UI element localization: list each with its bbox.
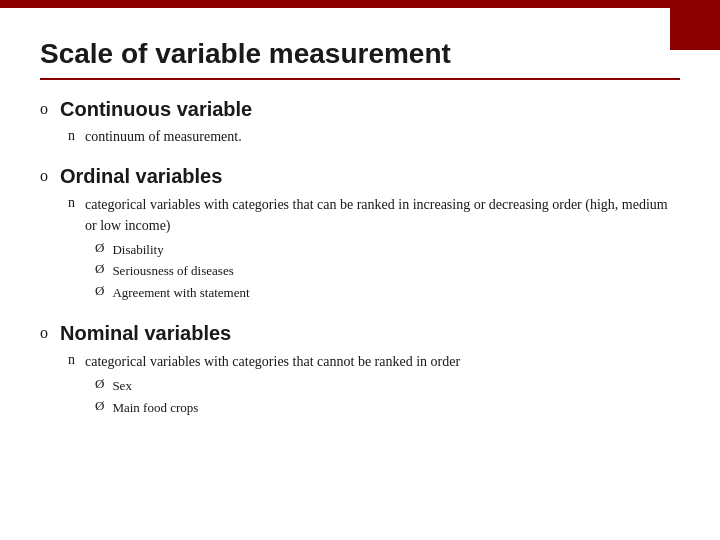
continuous-sub-text: continuum of measurement. (85, 127, 242, 147)
sub-marker-continuous: n (68, 128, 75, 144)
continuous-label: Continuous variable (60, 98, 680, 121)
title-underline (40, 78, 680, 80)
ordinal-label: Ordinal variables (60, 165, 680, 188)
bullet-marker-ordinal: o (40, 167, 48, 185)
corner-accent (670, 0, 720, 50)
top-bar (0, 0, 720, 8)
bullet-marker-continuous: o (40, 100, 48, 118)
seriousness-text: Seriousness of diseases (112, 261, 233, 281)
sub-sub-marker-food: Ø (95, 398, 104, 414)
nominal-sub-sub-item-1: Ø Sex (95, 376, 680, 396)
slide-content: Scale of variable measurement o Continuo… (0, 8, 720, 457)
ordinal-sub-text: categorical variables with categories th… (85, 197, 668, 233)
continuous-sub-item: n continuum of measurement. (68, 127, 680, 147)
ordinal-sub-list: n categorical variables with categories … (68, 194, 680, 305)
nominal-sub-text: categorical variables with categories th… (85, 354, 460, 369)
ordinal-sub-sub-item-3: Ø Agreement with statement (95, 283, 680, 303)
continuous-sub-list: n continuum of measurement. (68, 127, 680, 147)
list-item-continuous: o Continuous variable n continuum of mea… (40, 98, 680, 151)
food-crops-text: Main food crops (112, 398, 198, 418)
sub-marker-ordinal: n (68, 195, 75, 211)
sub-sub-marker-2: Ø (95, 261, 104, 277)
nominal-content: Nominal variables n categorical variable… (60, 322, 680, 423)
sex-text: Sex (112, 376, 132, 396)
main-list: o Continuous variable n continuum of mea… (40, 98, 680, 423)
nominal-sub-content: categorical variables with categories th… (85, 351, 680, 419)
ordinal-sub-sub-item-2: Ø Seriousness of diseases (95, 261, 680, 281)
bullet-marker-nominal: o (40, 324, 48, 342)
ordinal-sub-sub-item-1: Ø Disability (95, 240, 680, 260)
nominal-sub-item: n categorical variables with categories … (68, 351, 680, 419)
sub-sub-marker-3: Ø (95, 283, 104, 299)
nominal-sub-list: n categorical variables with categories … (68, 351, 680, 419)
slide-title: Scale of variable measurement (40, 38, 680, 70)
ordinal-content: Ordinal variables n categorical variable… (60, 165, 680, 309)
list-item-nominal: o Nominal variables n categorical variab… (40, 322, 680, 423)
ordinal-sub-content: categorical variables with categories th… (85, 194, 680, 305)
sub-sub-marker-sex: Ø (95, 376, 104, 392)
nominal-sub-sub-item-2: Ø Main food crops (95, 398, 680, 418)
disability-text: Disability (112, 240, 163, 260)
ordinal-sub-item: n categorical variables with categories … (68, 194, 680, 305)
list-item-ordinal: o Ordinal variables n categorical variab… (40, 165, 680, 309)
nominal-sub-sub-list: Ø Sex Ø Main food crops (95, 376, 680, 417)
sub-sub-marker-1: Ø (95, 240, 104, 256)
sub-marker-nominal: n (68, 352, 75, 368)
nominal-label: Nominal variables (60, 322, 680, 345)
agreement-text: Agreement with statement (112, 283, 249, 303)
slide: Scale of variable measurement o Continuo… (0, 0, 720, 540)
ordinal-sub-sub-list: Ø Disability Ø Seriousness of diseases Ø (95, 240, 680, 303)
continuous-content: Continuous variable n continuum of measu… (60, 98, 680, 151)
